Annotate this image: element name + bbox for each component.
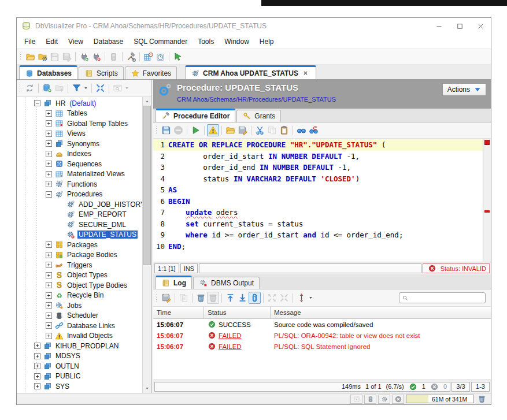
cancel-task-icon[interactable] xyxy=(392,395,404,404)
tree-item-synonyms[interactable]: Synonyms xyxy=(17,139,142,149)
connections-icon[interactable] xyxy=(364,395,376,404)
expand-toggle-icon[interactable] xyxy=(46,282,52,288)
code-lines[interactable]: 1CREATE OR REPLACE PROCEDURE "HR"."UPDAT… xyxy=(153,139,483,262)
code-line-5[interactable]: 5AS xyxy=(153,184,483,196)
tree-item-emp-report[interactable]: EMP_REPORT xyxy=(17,210,142,220)
collapse-toggle-icon[interactable] xyxy=(46,191,52,198)
grid-clock-icon[interactable] xyxy=(142,51,154,63)
menu-window[interactable]: Window xyxy=(219,38,254,46)
log-row-3[interactable]: 15:06:07FAILEDPL/SQL: SQL Statement igno… xyxy=(153,341,491,352)
tab-favorites[interactable]: Favorites xyxy=(125,66,177,79)
error-stripe[interactable] xyxy=(483,139,491,262)
tab-grants[interactable]: Grants xyxy=(236,110,281,122)
refresh-icon[interactable] xyxy=(24,82,36,94)
ruler-icon[interactable] xyxy=(295,292,308,304)
collapse-gray-icon[interactable] xyxy=(278,292,290,304)
tree-item-kihub-prodplan[interactable]: KIHUB_PRODPLAN xyxy=(17,341,142,351)
warn-icon[interactable] xyxy=(207,124,219,136)
expand-toggle-icon[interactable] xyxy=(46,313,52,319)
tree-item-invalid-objects[interactable]: Invalid Objects xyxy=(17,331,142,341)
paste-icon[interactable] xyxy=(278,124,290,136)
tab-log[interactable]: Log xyxy=(156,276,192,289)
log-search-input[interactable] xyxy=(410,295,483,302)
sql-editor[interactable]: 1CREATE OR REPLACE PROCEDURE "HR"."UPDAT… xyxy=(153,139,491,262)
expand-toggle-icon[interactable] xyxy=(34,363,40,369)
tree-item-package-bodies[interactable]: Package Bodies xyxy=(17,250,142,261)
expand-toggle-icon[interactable] xyxy=(46,140,52,147)
expand-toggle-icon[interactable] xyxy=(46,302,52,309)
code-line-9[interactable]: 9 where id >= order_id_start and id <= o… xyxy=(153,229,483,241)
expand-toggle-icon[interactable] xyxy=(34,373,40,380)
expand-toggle-icon[interactable] xyxy=(46,171,52,177)
code-line-1[interactable]: 1CREATE OR REPLACE PROCEDURE "HR"."UPDAT… xyxy=(153,139,483,151)
trash-icon[interactable] xyxy=(207,292,219,304)
tree-item-global-temp-tables[interactable]: Global Temp Tables xyxy=(17,118,142,129)
tree-item-database-links[interactable]: Database Links xyxy=(17,321,142,331)
bottom-icon[interactable] xyxy=(236,292,249,304)
code-line-3[interactable]: 3 order_id_end IN NUMBER DEFAULT -1, xyxy=(153,162,483,173)
search-win-icon[interactable] xyxy=(112,82,124,94)
tree-item-sequences[interactable]: Sequences xyxy=(17,159,142,169)
save-db-icon[interactable] xyxy=(160,124,172,136)
menu-sql-commander[interactable]: SQL Commander xyxy=(128,38,193,46)
column-header-message[interactable]: Message xyxy=(271,307,491,318)
scroll-thumb[interactable] xyxy=(143,106,151,265)
code-line-8[interactable]: 8 set current_status = status xyxy=(153,218,483,230)
tab-scripts[interactable]: Scripts xyxy=(79,66,124,79)
log-row-1[interactable]: 15:06:07SUCCESSSource code was compiled/… xyxy=(153,319,491,330)
log-search-box[interactable] xyxy=(399,292,486,303)
tree-item-tables[interactable]: Tables xyxy=(17,109,142,119)
plug-add-icon[interactable] xyxy=(78,51,90,63)
save-pencil-icon[interactable] xyxy=(236,124,249,136)
close-tab-icon[interactable] xyxy=(301,69,310,78)
top-icon[interactable] xyxy=(224,292,236,304)
plug-remove-icon[interactable] xyxy=(90,51,102,63)
save-icon[interactable] xyxy=(49,51,61,63)
save-pencil-icon[interactable] xyxy=(160,292,172,304)
expand-toggle-icon[interactable] xyxy=(46,181,52,187)
tree-item-materialized-views[interactable]: Materialized Views xyxy=(17,169,142,180)
tree-item-add-job-history[interactable]: ADD_JOB_HISTORY xyxy=(17,199,142,210)
expand-toggle-icon[interactable] xyxy=(46,120,52,127)
error-marker-top[interactable] xyxy=(484,140,490,145)
collapse-toggle-icon[interactable] xyxy=(34,100,40,106)
code-line-2[interactable]: 2 order_id_start IN NUMBER DEFAULT -1, xyxy=(153,151,483,162)
tasks-icon[interactable] xyxy=(378,395,390,404)
scroll-up-icon[interactable] xyxy=(143,97,151,106)
expand-toggle-icon[interactable] xyxy=(34,383,40,389)
code-line-7[interactable]: 7 update oders xyxy=(153,207,483,218)
trash-icon[interactable] xyxy=(195,292,207,304)
close-button[interactable] xyxy=(470,18,491,34)
maximize-button[interactable] xyxy=(449,18,470,34)
expand-toggle-icon[interactable] xyxy=(46,161,52,167)
expand-gray-icon[interactable] xyxy=(266,292,278,304)
copy-icon[interactable] xyxy=(177,292,190,304)
expand-toggle-icon[interactable] xyxy=(46,151,52,157)
tree-item-object-type-bodies[interactable]: SObject Type Bodies xyxy=(17,280,142,291)
tab-procedure-editor[interactable]: Procedure Editor xyxy=(156,109,235,122)
menu-edit[interactable]: Edit xyxy=(40,38,63,46)
tree-item-mdsys[interactable]: MDSYS xyxy=(17,351,142,362)
caret-down-icon[interactable] xyxy=(308,292,314,304)
folder-gear-icon[interactable] xyxy=(36,51,49,63)
db-add-icon[interactable] xyxy=(41,82,53,94)
expand-toggle-icon[interactable] xyxy=(34,353,40,359)
expand-toggle-icon[interactable] xyxy=(46,262,52,268)
code-line-4[interactable]: 4 status IN VARCHAR2 DEFAULT 'CLOSED') xyxy=(153,173,483,185)
tab-databases[interactable]: Databases xyxy=(19,65,77,79)
expand-toggle-icon[interactable] xyxy=(46,322,52,329)
filter-icon[interactable] xyxy=(71,82,83,94)
collapse-blue-icon[interactable] xyxy=(94,82,106,94)
expand-toggle-icon[interactable] xyxy=(46,272,52,278)
memory-indicator[interactable]: 61M of 341M xyxy=(406,395,474,403)
tools-icon[interactable] xyxy=(125,51,137,63)
clock-icon[interactable] xyxy=(154,51,166,63)
log-row-2[interactable]: 15:06:07FAILEDPL/SQL: ORA-00942: table o… xyxy=(153,330,491,341)
play-cursor-icon[interactable] xyxy=(172,51,184,63)
code-line-6[interactable]: 6BEGIN xyxy=(153,196,483,207)
tree-scrollbar[interactable] xyxy=(142,97,151,393)
tree-item-hr[interactable]: HR(Default) xyxy=(17,98,142,109)
find-icon[interactable] xyxy=(295,124,308,136)
tree-item-outln[interactable]: OUTLN xyxy=(17,361,142,371)
tree-item-update-status[interactable]: UPDATE_STATUS xyxy=(17,230,142,240)
